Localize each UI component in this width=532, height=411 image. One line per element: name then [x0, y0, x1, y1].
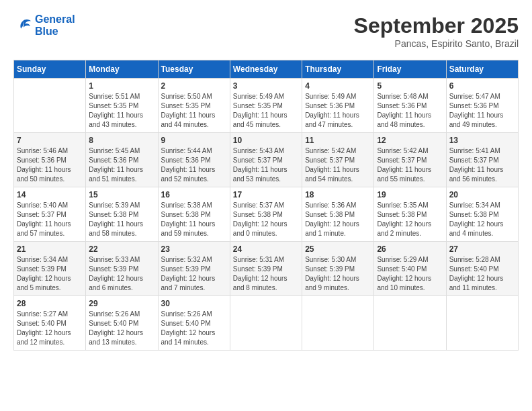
- calendar-cell: 24Sunrise: 5:31 AMSunset: 5:39 PMDayligh…: [230, 242, 302, 296]
- day-info: Sunrise: 5:31 AMSunset: 5:39 PMDaylight:…: [233, 255, 299, 293]
- calendar-week-row: 7Sunrise: 5:46 AMSunset: 5:36 PMDaylight…: [14, 133, 519, 187]
- day-info: Sunrise: 5:49 AMSunset: 5:35 PMDaylight:…: [233, 92, 299, 130]
- day-info: Sunrise: 5:35 AMSunset: 5:38 PMDaylight:…: [377, 201, 443, 238]
- day-info: Sunrise: 5:34 AMSunset: 5:38 PMDaylight:…: [449, 201, 515, 238]
- day-info: Sunrise: 5:28 AMSunset: 5:40 PMDaylight:…: [449, 255, 515, 293]
- calendar-cell: 2Sunrise: 5:50 AMSunset: 5:35 PMDaylight…: [158, 79, 230, 133]
- day-info: Sunrise: 5:44 AMSunset: 5:36 PMDaylight:…: [161, 146, 227, 184]
- day-info: Sunrise: 5:37 AMSunset: 5:38 PMDaylight:…: [233, 201, 299, 238]
- day-info: Sunrise: 5:34 AMSunset: 5:39 PMDaylight:…: [17, 255, 83, 293]
- logo: General Blue: [13, 13, 75, 37]
- day-number: 13: [449, 136, 515, 145]
- day-info: Sunrise: 5:43 AMSunset: 5:37 PMDaylight:…: [233, 146, 299, 184]
- day-info: Sunrise: 5:49 AMSunset: 5:36 PMDaylight:…: [305, 92, 371, 130]
- day-info: Sunrise: 5:33 AMSunset: 5:39 PMDaylight:…: [89, 255, 154, 293]
- day-info: Sunrise: 5:42 AMSunset: 5:37 PMDaylight:…: [305, 146, 371, 184]
- page-header: General Blue September 2025 Pancas, Espi…: [13, 13, 519, 49]
- day-info: Sunrise: 5:50 AMSunset: 5:35 PMDaylight:…: [161, 92, 227, 130]
- day-number: 10: [233, 136, 299, 145]
- calendar-cell: 13Sunrise: 5:41 AMSunset: 5:37 PMDayligh…: [446, 133, 518, 187]
- calendar-cell: 27Sunrise: 5:28 AMSunset: 5:40 PMDayligh…: [446, 242, 518, 296]
- day-number: 27: [449, 244, 515, 254]
- calendar-cell: [302, 296, 374, 351]
- calendar-cell: 5Sunrise: 5:48 AMSunset: 5:36 PMDaylight…: [374, 79, 446, 133]
- day-number: 3: [233, 81, 299, 91]
- day-info: Sunrise: 5:47 AMSunset: 5:36 PMDaylight:…: [449, 92, 515, 130]
- calendar-cell: 26Sunrise: 5:29 AMSunset: 5:40 PMDayligh…: [374, 242, 446, 296]
- calendar-cell: 10Sunrise: 5:43 AMSunset: 5:37 PMDayligh…: [230, 133, 302, 187]
- day-number: 19: [377, 190, 443, 199]
- logo-text: General Blue: [35, 13, 75, 37]
- day-number: 15: [89, 190, 154, 199]
- day-number: 11: [305, 136, 371, 145]
- day-info: Sunrise: 5:29 AMSunset: 5:40 PMDaylight:…: [377, 255, 443, 293]
- day-number: 18: [305, 190, 371, 199]
- day-number: 14: [17, 190, 83, 199]
- header-day-sunday: Sunday: [14, 60, 86, 79]
- day-number: 6: [449, 81, 515, 91]
- calendar-table: SundayMondayTuesdayWednesdayThursdayFrid…: [13, 60, 519, 351]
- day-info: Sunrise: 5:32 AMSunset: 5:39 PMDaylight:…: [161, 255, 227, 293]
- calendar-cell: 3Sunrise: 5:49 AMSunset: 5:35 PMDaylight…: [230, 79, 302, 133]
- calendar-cell: 7Sunrise: 5:46 AMSunset: 5:36 PMDaylight…: [14, 133, 86, 187]
- calendar-week-row: 21Sunrise: 5:34 AMSunset: 5:39 PMDayligh…: [14, 242, 519, 296]
- calendar-cell: 9Sunrise: 5:44 AMSunset: 5:36 PMDaylight…: [158, 133, 230, 187]
- day-number: 2: [161, 81, 227, 91]
- day-info: Sunrise: 5:26 AMSunset: 5:40 PMDaylight:…: [161, 310, 227, 347]
- day-info: Sunrise: 5:38 AMSunset: 5:38 PMDaylight:…: [161, 201, 227, 238]
- calendar-cell: 6Sunrise: 5:47 AMSunset: 5:36 PMDaylight…: [446, 79, 518, 133]
- calendar-week-row: 1Sunrise: 5:51 AMSunset: 5:35 PMDaylight…: [14, 79, 519, 133]
- month-title: September 2025: [354, 13, 519, 38]
- title-block: September 2025 Pancas, Espirito Santo, B…: [354, 13, 519, 49]
- header-day-friday: Friday: [374, 60, 446, 79]
- calendar-cell: 20Sunrise: 5:34 AMSunset: 5:38 PMDayligh…: [446, 187, 518, 242]
- day-info: Sunrise: 5:46 AMSunset: 5:36 PMDaylight:…: [17, 146, 83, 184]
- calendar-cell: [374, 296, 446, 351]
- calendar-cell: 1Sunrise: 5:51 AMSunset: 5:35 PMDaylight…: [86, 79, 158, 133]
- day-number: 21: [17, 244, 83, 254]
- calendar-cell: 17Sunrise: 5:37 AMSunset: 5:38 PMDayligh…: [230, 187, 302, 242]
- day-info: Sunrise: 5:42 AMSunset: 5:37 PMDaylight:…: [377, 146, 443, 184]
- calendar-cell: 28Sunrise: 5:27 AMSunset: 5:40 PMDayligh…: [14, 296, 86, 351]
- calendar-cell: 4Sunrise: 5:49 AMSunset: 5:36 PMDaylight…: [302, 79, 374, 133]
- day-number: 16: [161, 190, 227, 199]
- day-info: Sunrise: 5:51 AMSunset: 5:35 PMDaylight:…: [89, 92, 154, 130]
- calendar-cell: 21Sunrise: 5:34 AMSunset: 5:39 PMDayligh…: [14, 242, 86, 296]
- day-number: 1: [89, 81, 154, 91]
- calendar-cell: 14Sunrise: 5:40 AMSunset: 5:37 PMDayligh…: [14, 187, 86, 242]
- logo-icon: [13, 16, 32, 35]
- day-info: Sunrise: 5:39 AMSunset: 5:38 PMDaylight:…: [89, 201, 154, 238]
- calendar-cell: [14, 79, 86, 133]
- day-info: Sunrise: 5:40 AMSunset: 5:37 PMDaylight:…: [17, 201, 83, 238]
- day-number: 4: [305, 81, 371, 91]
- header-day-tuesday: Tuesday: [158, 60, 230, 79]
- header-day-saturday: Saturday: [446, 60, 518, 79]
- day-info: Sunrise: 5:30 AMSunset: 5:39 PMDaylight:…: [305, 255, 371, 293]
- day-number: 24: [233, 244, 299, 254]
- calendar-cell: [230, 296, 302, 351]
- calendar-cell: 15Sunrise: 5:39 AMSunset: 5:38 PMDayligh…: [86, 187, 158, 242]
- calendar-week-row: 28Sunrise: 5:27 AMSunset: 5:40 PMDayligh…: [14, 296, 519, 351]
- calendar-cell: 12Sunrise: 5:42 AMSunset: 5:37 PMDayligh…: [374, 133, 446, 187]
- calendar-cell: 19Sunrise: 5:35 AMSunset: 5:38 PMDayligh…: [374, 187, 446, 242]
- day-info: Sunrise: 5:26 AMSunset: 5:40 PMDaylight:…: [89, 310, 154, 347]
- day-number: 12: [377, 136, 443, 145]
- day-number: 17: [233, 190, 299, 199]
- calendar-cell: 11Sunrise: 5:42 AMSunset: 5:37 PMDayligh…: [302, 133, 374, 187]
- day-number: 7: [17, 136, 83, 145]
- calendar-cell: 8Sunrise: 5:45 AMSunset: 5:36 PMDaylight…: [86, 133, 158, 187]
- day-number: 29: [89, 299, 154, 308]
- day-info: Sunrise: 5:36 AMSunset: 5:38 PMDaylight:…: [305, 201, 371, 238]
- calendar-cell: 29Sunrise: 5:26 AMSunset: 5:40 PMDayligh…: [86, 296, 158, 351]
- location: Pancas, Espirito Santo, Brazil: [354, 38, 519, 49]
- calendar-cell: 16Sunrise: 5:38 AMSunset: 5:38 PMDayligh…: [158, 187, 230, 242]
- day-number: 5: [377, 81, 443, 91]
- header-day-wednesday: Wednesday: [230, 60, 302, 79]
- calendar-cell: 30Sunrise: 5:26 AMSunset: 5:40 PMDayligh…: [158, 296, 230, 351]
- day-number: 8: [89, 136, 154, 145]
- day-number: 30: [161, 299, 227, 308]
- calendar-cell: 22Sunrise: 5:33 AMSunset: 5:39 PMDayligh…: [86, 242, 158, 296]
- day-number: 22: [89, 244, 154, 254]
- day-info: Sunrise: 5:45 AMSunset: 5:36 PMDaylight:…: [89, 146, 154, 184]
- header-day-thursday: Thursday: [302, 60, 374, 79]
